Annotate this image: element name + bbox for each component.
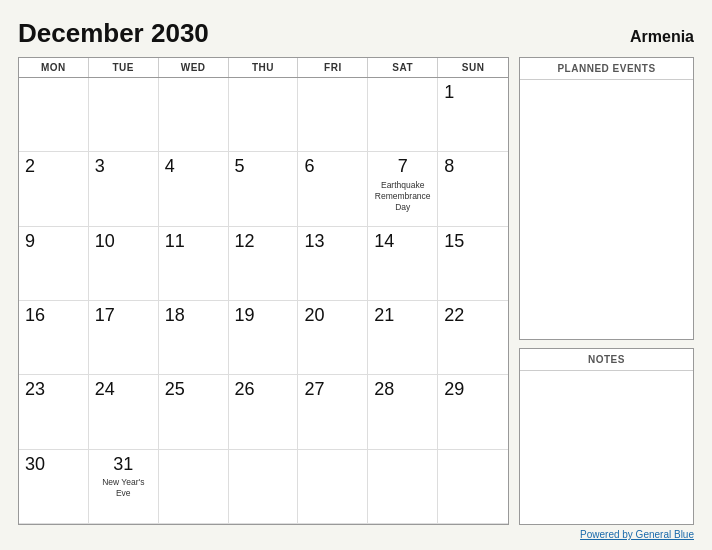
day-cell-9: 9: [19, 227, 89, 301]
day-cell-20: 20: [298, 301, 368, 375]
main-content: MONTUEWEDTHUFRISATSUN 1234567Earthquake …: [18, 57, 694, 525]
calendar-page: December 2030 Armenia MONTUEWEDTHUFRISAT…: [0, 0, 712, 550]
day-number: 14: [374, 231, 431, 253]
day-cell-24: 24: [89, 375, 159, 449]
day-header-fri: FRI: [298, 58, 368, 77]
day-cell-2: 2: [19, 152, 89, 226]
empty-cell: [298, 450, 368, 524]
day-cell-11: 11: [159, 227, 229, 301]
day-number: 10: [95, 231, 152, 253]
day-cell-6: 6: [298, 152, 368, 226]
planned-events-label: PLANNED EVENTS: [520, 58, 693, 80]
day-header-wed: WED: [159, 58, 229, 77]
day-header-thu: THU: [229, 58, 299, 77]
day-number: 6: [304, 156, 361, 178]
empty-cell: [159, 450, 229, 524]
day-number: 25: [165, 379, 222, 401]
day-number: 20: [304, 305, 361, 327]
day-cell-5: 5: [229, 152, 299, 226]
day-number: 13: [304, 231, 361, 253]
day-number: 31: [113, 454, 133, 476]
page-title: December 2030: [18, 18, 209, 49]
day-number: 5: [235, 156, 292, 178]
day-number: 23: [25, 379, 82, 401]
day-cell-21: 21: [368, 301, 438, 375]
event-text: Earthquake Remembrance Day: [374, 180, 431, 213]
planned-events-box: PLANNED EVENTS: [519, 57, 694, 340]
day-number: 11: [165, 231, 222, 253]
empty-cell: [368, 450, 438, 524]
day-cell-22: 22: [438, 301, 508, 375]
day-header-mon: MON: [19, 58, 89, 77]
day-number: 21: [374, 305, 431, 327]
day-header-sun: SUN: [438, 58, 508, 77]
day-cell-3: 3: [89, 152, 159, 226]
day-header-sat: SAT: [368, 58, 438, 77]
planned-events-content: [520, 80, 693, 339]
empty-cell: [19, 78, 89, 152]
day-cell-16: 16: [19, 301, 89, 375]
day-cell-13: 13: [298, 227, 368, 301]
day-number: 22: [444, 305, 502, 327]
day-number: 7: [398, 156, 408, 178]
day-number: 24: [95, 379, 152, 401]
day-cell-17: 17: [89, 301, 159, 375]
day-number: 15: [444, 231, 502, 253]
calendar: MONTUEWEDTHUFRISATSUN 1234567Earthquake …: [18, 57, 509, 525]
day-number: 30: [25, 454, 82, 476]
calendar-grid: 1234567Earthquake Remembrance Day8910111…: [19, 78, 508, 524]
day-cell-26: 26: [229, 375, 299, 449]
calendar-header: MONTUEWEDTHUFRISATSUN: [19, 58, 508, 78]
day-cell-25: 25: [159, 375, 229, 449]
empty-cell: [438, 450, 508, 524]
day-header-tue: TUE: [89, 58, 159, 77]
day-cell-7: 7Earthquake Remembrance Day: [368, 152, 438, 226]
empty-cell: [368, 78, 438, 152]
empty-cell: [298, 78, 368, 152]
day-number: 17: [95, 305, 152, 327]
day-number: 18: [165, 305, 222, 327]
powered-by-link[interactable]: Powered by General Blue: [580, 529, 694, 540]
day-number: 9: [25, 231, 82, 253]
day-cell-30: 30: [19, 450, 89, 524]
day-number: 27: [304, 379, 361, 401]
day-cell-15: 15: [438, 227, 508, 301]
day-number: 12: [235, 231, 292, 253]
empty-cell: [229, 78, 299, 152]
day-cell-23: 23: [19, 375, 89, 449]
day-cell-29: 29: [438, 375, 508, 449]
day-cell-31: 31New Year's Eve: [89, 450, 159, 524]
empty-cell: [229, 450, 299, 524]
day-cell-18: 18: [159, 301, 229, 375]
day-cell-19: 19: [229, 301, 299, 375]
day-cell-10: 10: [89, 227, 159, 301]
event-text: New Year's Eve: [95, 477, 152, 499]
day-cell-1: 1: [438, 78, 508, 152]
day-number: 26: [235, 379, 292, 401]
empty-cell: [89, 78, 159, 152]
day-cell-8: 8: [438, 152, 508, 226]
day-cell-4: 4: [159, 152, 229, 226]
day-number: 16: [25, 305, 82, 327]
country-label: Armenia: [630, 28, 694, 46]
day-number: 29: [444, 379, 502, 401]
notes-content: [520, 371, 693, 524]
header: December 2030 Armenia: [18, 18, 694, 49]
day-number: 8: [444, 156, 502, 178]
day-number: 2: [25, 156, 82, 178]
side-panel: PLANNED EVENTS NOTES: [519, 57, 694, 525]
day-number: 4: [165, 156, 222, 178]
day-cell-27: 27: [298, 375, 368, 449]
day-cell-28: 28: [368, 375, 438, 449]
empty-cell: [159, 78, 229, 152]
notes-label: NOTES: [520, 349, 693, 371]
footer: Powered by General Blue: [18, 525, 694, 540]
day-cell-12: 12: [229, 227, 299, 301]
notes-box: NOTES: [519, 348, 694, 525]
day-number: 1: [444, 82, 502, 104]
day-number: 3: [95, 156, 152, 178]
day-cell-14: 14: [368, 227, 438, 301]
day-number: 28: [374, 379, 431, 401]
day-number: 19: [235, 305, 292, 327]
